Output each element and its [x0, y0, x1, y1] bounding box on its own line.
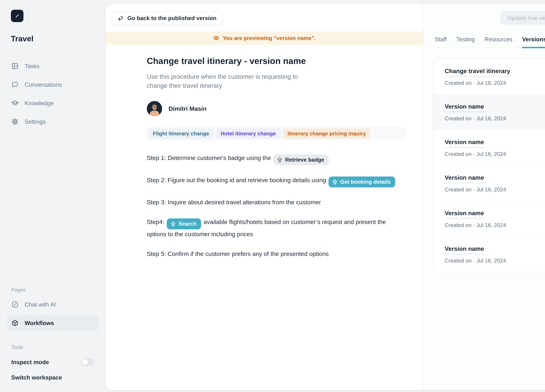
arrow-up-dash-icon	[170, 221, 176, 227]
action-chip-label: Retrieve badge	[285, 155, 324, 165]
workflow-step: Step 5: Confirm if the customer prefers …	[147, 249, 406, 259]
version-row: Change travel itineraryCreated on · Jul …	[434, 59, 545, 94]
sidebar-item-conversations[interactable]: Conversations	[6, 77, 99, 92]
inspect-mode-toggle[interactable]	[81, 358, 94, 366]
inspect-mode-label: Inspect mode	[11, 359, 49, 365]
versions-list-card: Change travel itineraryCreated on · Jul …	[433, 59, 545, 272]
toggle-knob	[82, 359, 88, 365]
pages-section-label: Pages	[11, 287, 99, 293]
settings-icon	[11, 118, 19, 125]
inspect-mode-row: Inspect mode	[6, 354, 99, 370]
sidebar-nav: Tasks Conversations Knowledge Settings	[6, 58, 99, 129]
workflow-step: Step 1: Determine customer's badge using…	[147, 153, 406, 165]
workspace-logo[interactable]	[11, 10, 24, 22]
version-title[interactable]: Version name	[445, 103, 484, 112]
tab-resources[interactable]: Resources	[484, 36, 512, 48]
previewing-banner: You are previewing “version name”.	[106, 31, 423, 45]
version-row: Version nameCreated on · Jul 16, 2024 Pr…	[434, 165, 545, 201]
content-card: Go back to the published version You are…	[106, 4, 545, 390]
intent-tag: Flight itinerary change	[149, 128, 214, 139]
action-chip-get-booking-details[interactable]: Get booking details	[328, 176, 395, 187]
slash-logo-icon	[14, 12, 21, 19]
pen-square-icon	[11, 301, 19, 308]
go-back-published-button[interactable]: Go back to the published version	[112, 11, 223, 25]
nav-item-label: Workflows	[25, 320, 54, 326]
preview-topbar: Go back to the published version	[106, 4, 423, 25]
workspace-title: Travel	[11, 34, 99, 43]
previewing-banner-text: You are previewing “version name”.	[223, 35, 316, 41]
eye-icon	[213, 35, 219, 41]
tab-staff[interactable]: Staff	[435, 36, 446, 48]
action-chip-search[interactable]: Search	[167, 218, 201, 229]
action-chip-retrieve-badge[interactable]: Retrieve badge	[273, 154, 329, 165]
version-created-date: Created on · Jul 16, 2024	[445, 80, 510, 86]
nav-item-label: Knowledge	[25, 100, 54, 107]
sidebar-item-settings[interactable]: Settings	[6, 114, 99, 129]
tasks-icon	[11, 62, 19, 70]
pages-section: Pages Chat with AI Workflows	[6, 287, 99, 331]
nav-item-label: Tasks	[25, 63, 40, 69]
nav-item-label: Chat with AI	[25, 301, 56, 308]
update-live-version-button[interactable]: Update live version	[501, 11, 545, 25]
version-title[interactable]: Change travel itinerary	[445, 67, 510, 77]
workflow-step: Step 2: Figure out the booking id and re…	[147, 175, 406, 187]
avatar	[147, 101, 162, 116]
content-area: Go back to the published version You are…	[106, 0, 545, 392]
version-row: Version nameCreated on · Jul 16, 2024 Pr…	[434, 130, 545, 165]
tools-section: Tools Inspect mode Switch workspace	[6, 344, 99, 385]
action-chip-label: Get booking details	[340, 177, 391, 187]
sidebar-item-tasks[interactable]: Tasks	[6, 58, 99, 74]
tools-section-label: Tools	[11, 344, 99, 350]
author-row: Dimitri Masin	[147, 101, 406, 116]
workflow-preview-panel: Go back to the published version You are…	[106, 4, 423, 390]
version-title[interactable]: Version name	[445, 210, 484, 219]
go-back-published-label: Go back to the published version	[127, 15, 216, 21]
version-info: Change travel itineraryCreated on · Jul …	[445, 67, 510, 86]
version-info: Version nameCreated on · Jul 16, 2024	[445, 138, 506, 157]
knowledge-icon	[11, 99, 19, 107]
workflow-step: Step 3: Inquire about desired travel alt…	[147, 197, 406, 207]
version-created-date: Created on · Jul 16, 2024	[445, 187, 506, 193]
page-item-chat-with-ai[interactable]: Chat with AI	[6, 297, 99, 312]
step-text: Step4:	[147, 218, 166, 225]
undo-arrow-icon	[117, 15, 124, 21]
tab-versions-history[interactable]: Versions History	[522, 36, 545, 48]
workflow-description: Use this procedure when the customer is …	[147, 72, 316, 90]
version-title[interactable]: Version name	[445, 139, 484, 148]
version-created-date: Created on · Jul 16, 2024	[445, 115, 506, 122]
sidebar: Travel Tasks Conversations Knowledge Set…	[0, 0, 106, 392]
pages-nav: Chat with AI Workflows	[6, 297, 99, 331]
package-icon	[11, 319, 19, 327]
workflow-steps: Step 1: Determine customer's badge using…	[147, 153, 406, 259]
panel-tabs: StaffTestingResourcesVersions History	[423, 36, 545, 48]
switch-workspace-label: Switch workspace	[11, 374, 62, 381]
arrow-up-dash-icon	[332, 179, 338, 185]
step-text: Step 3: Inquire about desired travel alt…	[147, 199, 321, 205]
intent-tag: Hotel itinerary change	[216, 128, 280, 139]
version-info: Version nameCreated on · Jul 16, 2024	[445, 245, 506, 264]
workflow-title: Change travel itinerary - version name	[147, 56, 406, 66]
intent-tag: Itinerary change pricing inquiry	[283, 128, 370, 139]
version-info: Version nameCreated on · Jul 16, 2024	[445, 103, 506, 122]
version-created-date: Created on · Jul 16, 2024	[445, 258, 506, 264]
tab-testing[interactable]: Testing	[456, 36, 475, 48]
step-text: Step 2: Figure out the booking id and re…	[147, 177, 328, 183]
switch-workspace-row[interactable]: Switch workspace	[6, 370, 99, 385]
versions-panel: Update live version Unpublish StaffTesti…	[423, 4, 545, 390]
version-title[interactable]: Version name	[445, 174, 484, 183]
conversations-icon	[11, 81, 19, 88]
nav-item-label: Conversations	[25, 81, 62, 88]
version-title[interactable]: Version name	[445, 245, 484, 254]
version-row: Version nameCreated on · Jul 16, 2024 Pr…	[434, 201, 545, 236]
version-info: Version nameCreated on · Jul 16, 2024	[445, 209, 506, 228]
versions-panel-actions: Update live version Unpublish	[423, 4, 545, 25]
workflow-step: Step4: Search available flights/hotels b…	[147, 217, 406, 239]
action-chip-label: Search	[179, 219, 197, 229]
version-info: Version nameCreated on · Jul 16, 2024	[445, 174, 506, 193]
version-created-date: Created on · Jul 16, 2024	[445, 222, 506, 228]
page-item-workflows[interactable]: Workflows	[6, 315, 99, 331]
step-text: Step 1: Determine customer's badge using…	[147, 155, 273, 161]
workflow-document: Change travel itinerary - version name U…	[106, 45, 423, 259]
sidebar-item-knowledge[interactable]: Knowledge	[6, 95, 99, 111]
version-created-date: Created on · Jul 16, 2024	[445, 151, 506, 157]
